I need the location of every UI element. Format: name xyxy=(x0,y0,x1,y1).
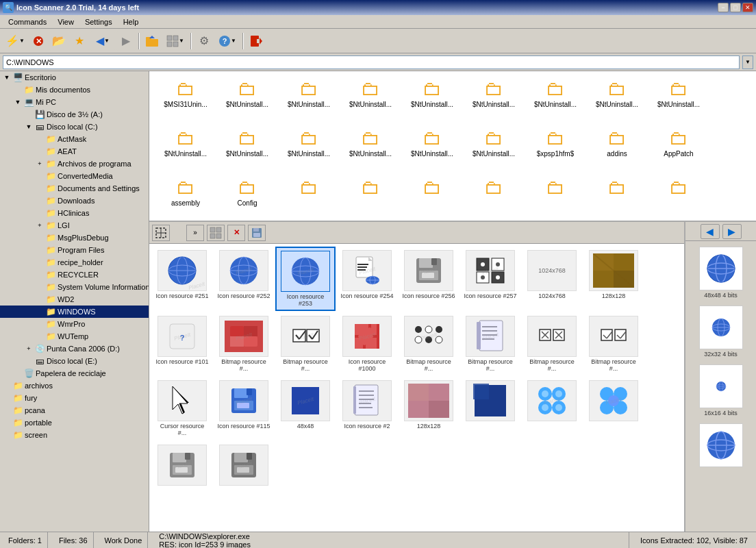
sidebar-item-disco3[interactable]: + 💾 Disco de 3½ (A:) xyxy=(0,108,149,121)
sidebar-item-portable[interactable]: + 📁 portable xyxy=(0,416,149,429)
folder-r4[interactable]: 🗀 xyxy=(463,175,525,221)
folder-nt5[interactable]: 🗀 $NtUninstall... xyxy=(463,77,525,126)
sidebar-item-pcana[interactable]: + 📁 pcana xyxy=(0,404,149,416)
res-item-1024[interactable]: 1024x768 1024x768 xyxy=(522,247,582,311)
folder-nt2[interactable]: 🗀 $NtUninstall... xyxy=(278,77,340,126)
res-item-128x128b[interactable]: 128x128 xyxy=(399,377,459,440)
toggle-papelera[interactable]: + xyxy=(12,368,23,379)
toggle-disco3[interactable]: + xyxy=(23,109,34,120)
toggle-wd2[interactable]: + xyxy=(34,294,45,305)
toggle-mis-documentos[interactable]: + xyxy=(12,84,23,95)
folder-r3[interactable]: 🗀 xyxy=(401,175,463,221)
folder-r6[interactable]: 🗀 xyxy=(586,175,648,221)
sidebar-item-downloads[interactable]: + 📁 Downloads xyxy=(0,195,149,207)
address-dropdown[interactable]: ▼ xyxy=(742,55,753,69)
res-item-48x48[interactable]: PlaceIt 48x48 xyxy=(275,377,336,440)
sidebar-item-archivos[interactable]: + 📁 Archivos de programa xyxy=(0,158,149,170)
address-input[interactable] xyxy=(3,55,740,69)
res-item-254[interactable]: PlaceIt Icon resource #254 xyxy=(337,247,397,311)
toggle-portable[interactable]: + xyxy=(1,417,12,428)
toggle-fury[interactable]: + xyxy=(1,393,12,403)
sidebar-item-fury[interactable]: + 📁 fury xyxy=(0,392,149,404)
folder-nt12[interactable]: 🗀 $NtUninstall... xyxy=(340,126,401,175)
folder-nt8[interactable]: 🗀 $NtUninstall... xyxy=(648,77,709,126)
res-item-blue-star[interactable] xyxy=(460,377,520,440)
preview-back-button[interactable]: ◀ xyxy=(701,224,720,239)
toggle-mi-pc[interactable]: ▼ xyxy=(12,97,23,108)
folder-nt6[interactable]: 🗀 $NtUninstall... xyxy=(525,77,586,126)
toggle-msgplus[interactable]: + xyxy=(34,232,45,243)
sidebar-item-recycler[interactable]: + 📁 RECYCLER xyxy=(0,269,149,281)
sidebar-item-msgplus[interactable]: + 📁 MsgPlusDebug xyxy=(0,232,149,244)
toggle-archivos2[interactable]: + xyxy=(1,380,12,391)
folder-apppatch[interactable]: 🗀 AppPatch xyxy=(648,126,709,175)
res-item-floppy2[interactable]: PlaceIt xyxy=(152,441,212,496)
res-item-257[interactable]: PlaceIt Icon resource #257 xyxy=(460,247,520,311)
folder-nt3[interactable]: 🗀 $NtUninstall... xyxy=(340,77,401,126)
folder-nt9[interactable]: 🗀 $NtUninstall... xyxy=(155,126,216,175)
folder-nt14[interactable]: 🗀 $NtUninstall... xyxy=(463,126,525,175)
folder-r7[interactable]: 🗀 xyxy=(648,175,709,221)
exit-button[interactable] xyxy=(247,32,266,51)
toggle-converted[interactable]: + xyxy=(34,171,45,182)
menu-commands[interactable]: Commands xyxy=(3,16,52,27)
sidebar-item-wd2[interactable]: + 📁 WD2 xyxy=(0,293,149,306)
folder-r5[interactable]: 🗀 xyxy=(525,175,586,221)
toggle-recycler[interactable]: + xyxy=(34,269,45,280)
res-item-128x128[interactable]: 128x128 xyxy=(583,247,644,311)
menu-help[interactable]: Help xyxy=(118,16,144,27)
sidebar-item-wutemp[interactable]: + 📁 WUTemp xyxy=(0,330,149,342)
sidebar-item-lgi[interactable]: + 📁 LGI xyxy=(0,219,149,232)
folder-nt10[interactable]: 🗀 $NtUninstall... xyxy=(216,126,278,175)
res-item-balls1[interactable]: PlaceIt xyxy=(522,377,582,440)
sidebar-item-mis-documentos[interactable]: + 📁 Mis documentos xyxy=(0,84,149,96)
res-item-bmp-checkx[interactable]: Bitmap resource #... xyxy=(522,312,582,375)
save-button[interactable] xyxy=(248,225,266,241)
sidebar-item-mi-pc[interactable]: ▼ 💻 Mi PC xyxy=(0,96,149,108)
sidebar-item-converted[interactable]: + 📁 ConvertedMedia xyxy=(0,170,149,182)
toggle-escritorio[interactable]: ▼ xyxy=(1,72,12,83)
sidebar-item-archivos2[interactable]: + 📁 archivos xyxy=(0,379,149,392)
maximize-button[interactable]: □ xyxy=(730,3,741,12)
close-button[interactable]: ✕ xyxy=(742,3,753,12)
toggle-wmrpro[interactable]: + xyxy=(34,319,45,329)
res-item-bmp-notebook[interactable]: PlaceIt Bitmap resource #... xyxy=(460,312,520,375)
toggle-sysvolinfo[interactable]: + xyxy=(34,282,45,292)
folder-nt1[interactable]: 🗀 $NtUninstall... xyxy=(216,77,278,126)
res-item-bmp-game[interactable]: PlaceIt Bitmap resource #... xyxy=(399,312,459,375)
stop-button[interactable]: ✕ xyxy=(29,32,48,51)
res-item-256[interactable]: PlaceIt Icon resource #256 xyxy=(399,247,459,311)
folder-config[interactable]: 🗀 Config xyxy=(216,175,278,221)
res-item-252[interactable]: PlaceIt Icon resource #252 xyxy=(214,247,274,311)
folder-xpsp1[interactable]: 🗀 $xpsp1hfm$ xyxy=(525,126,586,175)
sidebar-item-papelera[interactable]: + 🗑️ Papelera de reciclaje xyxy=(0,367,149,379)
delete-button[interactable]: ✕ xyxy=(227,225,245,241)
folder-r1[interactable]: 🗀 xyxy=(278,175,340,221)
toggle-actmask[interactable]: + xyxy=(34,134,45,145)
toggle-recipe[interactable]: + xyxy=(34,257,45,268)
toggle-lgi[interactable]: + xyxy=(34,220,45,231)
toggle-aeat[interactable]: + xyxy=(34,146,45,157)
sidebar-item-programfiles[interactable]: + 📁 Program Files xyxy=(0,244,149,256)
toggle-pcana[interactable]: + xyxy=(1,405,12,416)
toggle-disco-c[interactable]: ▼ xyxy=(23,121,34,132)
folder-r2[interactable]: 🗀 xyxy=(340,175,401,221)
res-item-253[interactable]: PlaceIt Icon resource #253 xyxy=(275,247,336,311)
sidebar-item-aeat[interactable]: + 📁 AEAT xyxy=(0,145,149,158)
expand-button[interactable]: » xyxy=(186,225,204,241)
star-button[interactable]: ★ xyxy=(70,32,89,51)
res-item-251[interactable]: PlaceIt Icon resource #251 xyxy=(152,247,212,311)
toggle-downloads[interactable]: + xyxy=(34,195,45,206)
res-item-1000[interactable]: PlaceIt Icon resource #1000 xyxy=(337,312,397,375)
view-toggle-button[interactable] xyxy=(207,225,225,241)
toggle-punta-cana[interactable]: + xyxy=(23,343,34,354)
menu-view[interactable]: View xyxy=(52,16,79,27)
toggle-hclinicas[interactable]: + xyxy=(34,208,45,219)
view-button[interactable]: ▼ xyxy=(163,32,188,51)
sidebar-item-hclinicas[interactable]: + 📁 HClinicas xyxy=(0,207,149,219)
preview-forward-button[interactable]: ▶ xyxy=(722,224,742,239)
sidebar-item-actmask[interactable]: + 📁 ActMask xyxy=(0,133,149,145)
toggle-docssettings[interactable]: + xyxy=(34,183,45,194)
sidebar-item-sysvolinfo[interactable]: + 📁 System Volume Information xyxy=(0,281,149,293)
preview-item-16x16[interactable]: 16x16 4 bits xyxy=(688,362,753,419)
